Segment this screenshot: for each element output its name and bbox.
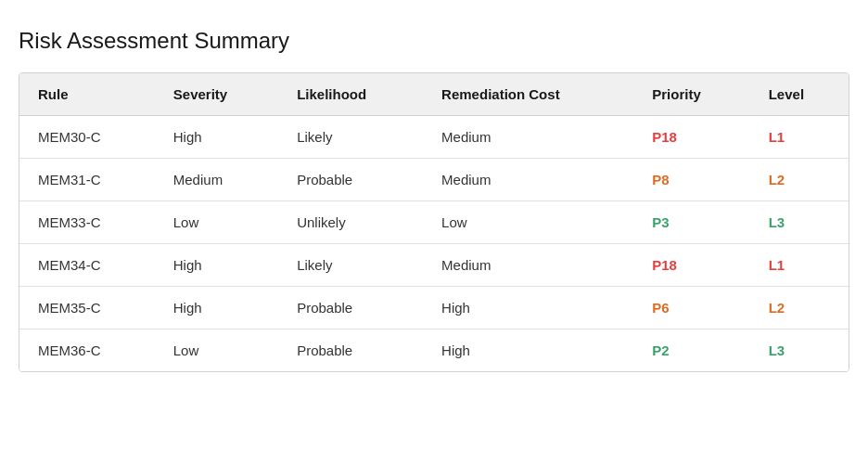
cell-priority: P3 [633,201,749,244]
table-row: MEM35-C High Probable High P6 L2 [19,287,849,329]
cell-level: L3 [750,201,849,244]
col-header-likelihood: Likelihood [278,73,423,116]
cell-rule: MEM34-C [19,244,155,287]
cell-rule: MEM31-C [19,159,155,201]
col-header-rule: Rule [19,73,155,116]
cell-rule: MEM30-C [19,116,155,159]
cell-severity: Low [155,201,278,244]
table-row: MEM33-C Low Unlikely Low P3 L3 [19,201,849,244]
cell-likelihood: Likely [278,116,423,159]
col-header-severity: Severity [155,73,278,116]
cell-remediation-cost: High [423,329,633,372]
risk-table-container: Rule Severity Likelihood Remediation Cos… [19,72,849,372]
cell-remediation-cost: Medium [423,244,633,287]
cell-remediation-cost: High [423,287,633,329]
cell-rule: MEM36-C [19,329,155,372]
cell-severity: Low [155,329,278,372]
cell-priority: P18 [633,244,749,287]
cell-rule: MEM33-C [19,201,155,244]
cell-remediation-cost: Low [423,201,633,244]
risk-assessment-table: Rule Severity Likelihood Remediation Cos… [19,73,849,371]
cell-priority: P18 [633,116,749,159]
cell-rule: MEM35-C [19,287,155,329]
cell-likelihood: Probable [278,329,423,372]
table-header-row: Rule Severity Likelihood Remediation Cos… [19,73,849,116]
cell-likelihood: Probable [278,159,423,201]
cell-priority: P8 [633,159,749,201]
cell-level: L2 [750,159,849,201]
col-header-remediation-cost: Remediation Cost [423,73,633,116]
cell-priority: P6 [633,287,749,329]
table-row: MEM30-C High Likely Medium P18 L1 [19,116,849,159]
cell-level: L1 [750,244,849,287]
cell-remediation-cost: Medium [423,116,633,159]
cell-level: L1 [750,116,849,159]
cell-likelihood: Unlikely [278,201,423,244]
cell-likelihood: Probable [278,287,423,329]
cell-likelihood: Likely [278,244,423,287]
page-title: Risk Assessment Summary [19,28,849,54]
col-header-level: Level [750,73,849,116]
cell-level: L2 [750,287,849,329]
table-row: MEM34-C High Likely Medium P18 L1 [19,244,849,287]
cell-priority: P2 [633,329,749,372]
cell-severity: Medium [155,159,278,201]
cell-severity: High [155,287,278,329]
col-header-priority: Priority [633,73,749,116]
cell-remediation-cost: Medium [423,159,633,201]
table-row: MEM31-C Medium Probable Medium P8 L2 [19,159,849,201]
cell-severity: High [155,116,278,159]
cell-severity: High [155,244,278,287]
table-row: MEM36-C Low Probable High P2 L3 [19,329,849,372]
cell-level: L3 [750,329,849,372]
